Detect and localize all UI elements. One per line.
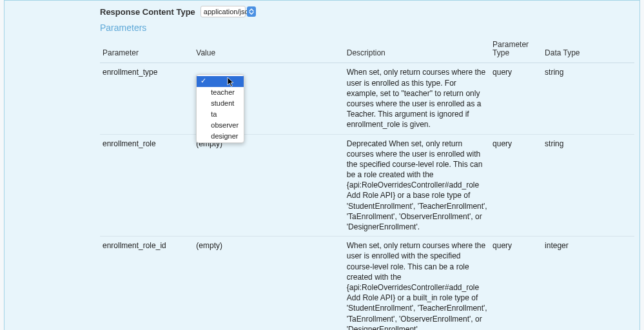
response-content-type-label: Response Content Type <box>100 7 195 17</box>
api-operation-panel: Response Content Type application/json P… <box>4 0 640 330</box>
param-value-cell: (empty) <box>193 237 344 330</box>
param-datatype: integer <box>542 237 634 330</box>
dropdown-menu[interactable]: teacherstudenttaobserverdesigner <box>196 74 244 143</box>
param-type: query <box>490 134 542 237</box>
header-value: Value <box>193 38 344 63</box>
response-content-type-value: application/json <box>200 6 246 17</box>
param-value-cell: teacherstudenttaobserverdesigner <box>193 63 344 134</box>
response-content-type-row: Response Content Type application/json <box>100 6 634 17</box>
param-value-cell: (empty) <box>193 134 344 237</box>
table-row: enrollment_role(empty)Deprecated When se… <box>100 134 634 237</box>
table-row: enrollment_type teacherstudenttaobserver… <box>100 63 634 134</box>
param-datatype: string <box>542 134 634 237</box>
parameters-header-row: Parameter Value Description Parameter Ty… <box>100 38 634 63</box>
param-description: Deprecated When set, only return courses… <box>344 134 490 237</box>
header-parameter-type: Parameter Type <box>490 38 542 63</box>
param-type: query <box>490 63 542 134</box>
header-description: Description <box>344 38 490 63</box>
table-row: enrollment_role_id(empty)When set, only … <box>100 237 634 330</box>
response-content-type-select[interactable]: application/json <box>200 6 256 17</box>
parameters-table: Parameter Value Description Parameter Ty… <box>100 38 634 330</box>
param-name: enrollment_role <box>100 134 193 237</box>
header-parameter: Parameter <box>100 38 193 63</box>
dropdown-option[interactable]: designer <box>197 131 244 142</box>
dropdown-option[interactable]: student <box>197 98 244 109</box>
param-value-text: (empty) <box>196 241 222 250</box>
param-datatype: string <box>542 63 634 134</box>
header-data-type: Data Type <box>542 38 634 63</box>
dropdown-option[interactable]: teacher <box>197 87 244 98</box>
dropdown-option[interactable]: observer <box>197 120 244 131</box>
param-name: enrollment_type <box>100 63 193 134</box>
dropdown-option[interactable]: ta <box>197 109 244 120</box>
param-name: enrollment_role_id <box>100 237 193 330</box>
param-description: When set, only return courses where the … <box>344 63 490 134</box>
operation-content: Response Content Type application/json P… <box>5 6 639 330</box>
param-description: When set, only return courses where the … <box>344 237 490 330</box>
parameters-heading: Parameters <box>100 23 634 33</box>
dropdown-option[interactable] <box>197 76 244 87</box>
param-type: query <box>490 237 542 330</box>
chevron-updown-icon <box>247 6 256 17</box>
